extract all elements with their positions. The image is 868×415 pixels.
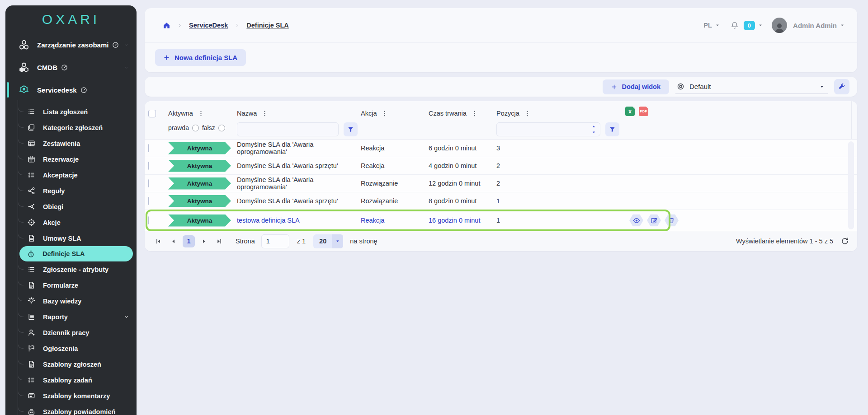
column-header-akcja[interactable]: Akcja	[361, 110, 377, 117]
position-filter-button[interactable]	[605, 122, 619, 136]
chevron-down-icon[interactable]	[123, 65, 129, 70]
sidebar: OXARI Zarządzanie zasobamiCMDBServicedes…	[5, 5, 137, 415]
new-sla-button[interactable]: Nowa definicja SLA	[155, 49, 246, 66]
spinner-up-icon[interactable]	[592, 125, 596, 129]
table-row[interactable]: AktywnaDomyślne SLA dla 'Awaria oprogram…	[145, 175, 857, 192]
table-row[interactable]: Aktywnatestowa definicja SLAReakcja16 go…	[145, 210, 857, 231]
column-menu-icon[interactable]	[471, 110, 478, 117]
row-checkbox[interactable]	[148, 197, 149, 205]
column-header-aktywna[interactable]: Aktywna	[168, 110, 193, 117]
sidebar-submenu: Lista zgłoszeńKategorie zgłoszeńZestawie…	[5, 101, 137, 415]
funnel-icon	[609, 126, 616, 133]
refresh-button[interactable]	[841, 237, 849, 245]
row-checkbox[interactable]	[148, 162, 149, 170]
last-page-button[interactable]	[213, 236, 225, 247]
sidebar-section-cmdb[interactable]: CMDB	[5, 56, 137, 79]
name-filter-button[interactable]	[344, 122, 358, 136]
notification-badge[interactable]: 0	[744, 21, 755, 30]
avatar[interactable]	[772, 18, 787, 33]
sidebar-item-obiegi[interactable]: Obiegi	[5, 199, 137, 214]
sidebar-section-servicedesk[interactable]: Servicedesk	[5, 79, 137, 101]
export-excel-icon[interactable]: x	[625, 107, 635, 116]
row-checkbox[interactable]	[148, 144, 149, 152]
sidebar-item-formularze[interactable]: Formularze	[5, 277, 137, 293]
sla-duration: 6 godzin 0 minut	[426, 145, 494, 152]
sidebar-item-zestawienia[interactable]: Zestawienia	[5, 135, 137, 151]
breadcrumb-servicedesk[interactable]: ServiceDesk	[189, 22, 228, 29]
chevron-down-icon[interactable]	[123, 314, 129, 320]
sidebar-item-og-oszenia[interactable]: Ogłoszenia	[5, 340, 137, 356]
language-selector[interactable]: PL	[703, 22, 712, 29]
page-number-input[interactable]	[261, 234, 289, 248]
home-icon[interactable]	[163, 22, 170, 29]
list-icon	[27, 266, 36, 273]
sidebar-item-rezerwacje[interactable]: Rezerwacje	[5, 151, 137, 167]
sidebar-item-akcje[interactable]: Akcje	[5, 214, 137, 230]
prev-page-button[interactable]	[168, 236, 179, 247]
sidebar-item-lista-zg-osze-[interactable]: Lista zgłoszeń	[5, 104, 137, 120]
chevron-down-icon[interactable]	[123, 42, 129, 48]
sidebar-item-label: Umowy SLA	[43, 235, 81, 242]
sidebar-section-zarz-dzanie-zasobami[interactable]: Zarządzanie zasobami	[5, 33, 137, 56]
sidebar-item-kategorie-zg-osze-[interactable]: Kategorie zgłoszeń	[5, 120, 137, 135]
sidebar-item-label: Formularze	[43, 282, 78, 289]
sidebar-item-umowy-sla[interactable]: Umowy SLA	[5, 230, 137, 246]
position-filter-input[interactable]	[497, 126, 592, 134]
column-header-pozycja[interactable]: Pozycja	[496, 110, 519, 117]
name-filter-input[interactable]	[237, 122, 339, 136]
sidebar-item-raporty[interactable]: Raporty	[5, 309, 137, 325]
export-pdf-icon[interactable]: PDF	[639, 107, 648, 116]
column-menu-icon[interactable]	[198, 110, 204, 117]
sidebar-item-zg-oszenie-atrybuty[interactable]: Zgłoszenie - atrybuty	[5, 261, 137, 277]
first-page-button[interactable]	[153, 236, 164, 247]
sidebar-item-szablony-zada-[interactable]: Szablony zadań	[5, 372, 137, 388]
spinner-down-icon[interactable]	[592, 130, 596, 134]
preview-button[interactable]	[629, 214, 643, 227]
page-size-select[interactable]: 20	[313, 234, 343, 248]
next-page-button[interactable]	[198, 236, 210, 247]
column-header-czas-trwania[interactable]: Czas trwania	[429, 110, 467, 117]
column-menu-icon[interactable]	[524, 110, 531, 117]
table-row[interactable]: AktywnaDomyślne SLA dla 'Awaria oprogram…	[145, 140, 857, 157]
column-menu-icon[interactable]	[261, 110, 268, 117]
sla-name[interactable]: testowa definicja SLA	[232, 217, 358, 224]
sidebar-item-szablony-powiadomie-[interactable]: Szablony powiadomień	[5, 404, 137, 415]
sidebar-item-label: Lista zgłoszeń	[43, 108, 88, 116]
radio-true[interactable]	[192, 125, 199, 131]
view-selector[interactable]: Default	[675, 79, 828, 94]
sidebar-item-regu-y[interactable]: Reguły	[5, 183, 137, 199]
sla-name: Domyślne SLA dla 'Awaria sprzętu'	[232, 162, 358, 169]
vertical-scrollbar[interactable]	[848, 141, 854, 229]
sidebar-item-szablony-zg-osze-[interactable]: Szablony zgłoszeń	[5, 356, 137, 372]
user-menu-caret-icon[interactable]	[840, 23, 844, 28]
current-page-button[interactable]: 1	[183, 235, 195, 247]
table-row[interactable]: AktywnaDomyślne SLA dla 'Awaria sprzętu'…	[145, 192, 857, 210]
settings-wrench-button[interactable]	[834, 79, 849, 94]
sidebar-item-dziennik-pracy[interactable]: Dziennik pracy	[5, 325, 137, 340]
edit-button[interactable]	[647, 214, 661, 227]
select-all-checkbox[interactable]	[148, 110, 156, 117]
table-row[interactable]: AktywnaDomyślne SLA dla 'Awaria sprzętu'…	[145, 157, 857, 175]
add-view-button[interactable]: Dodaj widok	[603, 79, 669, 94]
gauge-icon	[112, 42, 119, 48]
sidebar-item-szablony-komentarzy[interactable]: Szablony komentarzy	[5, 388, 137, 404]
scrollbar-divider	[851, 101, 852, 140]
sidebar-item-akceptacje[interactable]: Akceptacje	[5, 167, 137, 183]
table-icon	[27, 140, 36, 147]
column-menu-icon[interactable]	[381, 110, 388, 117]
radio-false[interactable]	[218, 125, 225, 131]
bell-icon[interactable]	[731, 21, 739, 29]
sidebar-item-bazy-wiedzy[interactable]: Bazy wiedzy	[5, 293, 137, 309]
language-caret-icon[interactable]	[715, 23, 720, 28]
list-icon	[27, 108, 36, 116]
column-header-nazwa[interactable]: Nazwa	[237, 110, 257, 117]
view-toolbar: Dodaj widok Default	[145, 77, 857, 97]
row-checkbox[interactable]	[148, 179, 149, 187]
delete-button[interactable]	[665, 214, 679, 227]
row-checkbox[interactable]	[148, 216, 149, 224]
radio-true-label: prawda	[168, 124, 189, 131]
edit-icon	[651, 217, 657, 224]
notification-caret-icon[interactable]	[758, 23, 763, 28]
radio-false-label: fałsz	[202, 124, 215, 131]
sidebar-item-definicje-sla[interactable]: Definicje SLA	[19, 246, 133, 261]
